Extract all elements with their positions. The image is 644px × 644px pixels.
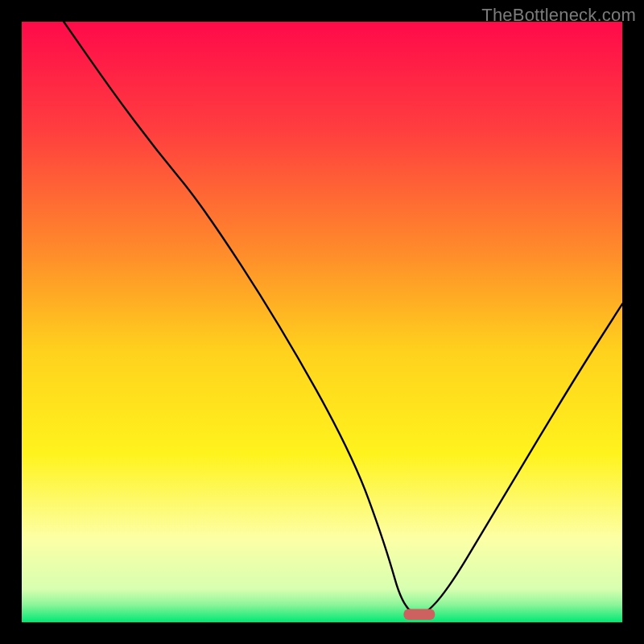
gradient-background <box>22 22 622 622</box>
plot-area <box>22 22 622 622</box>
chart-svg <box>22 22 622 622</box>
optimal-marker <box>403 609 435 620</box>
attribution-text: TheBottleneck.com <box>481 5 636 26</box>
chart-frame: TheBottleneck.com <box>0 0 644 644</box>
